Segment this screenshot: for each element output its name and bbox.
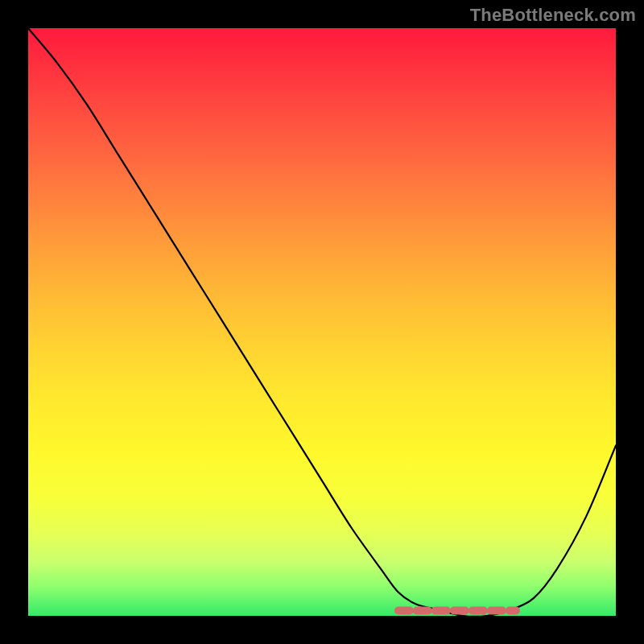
plot-area: [28, 28, 616, 616]
bottleneck-curve: [28, 28, 616, 616]
watermark-text: TheBottleneck.com: [470, 5, 636, 26]
chart-frame: TheBottleneck.com: [0, 0, 644, 644]
curve-path: [28, 28, 616, 616]
curve-layer: [28, 28, 616, 616]
